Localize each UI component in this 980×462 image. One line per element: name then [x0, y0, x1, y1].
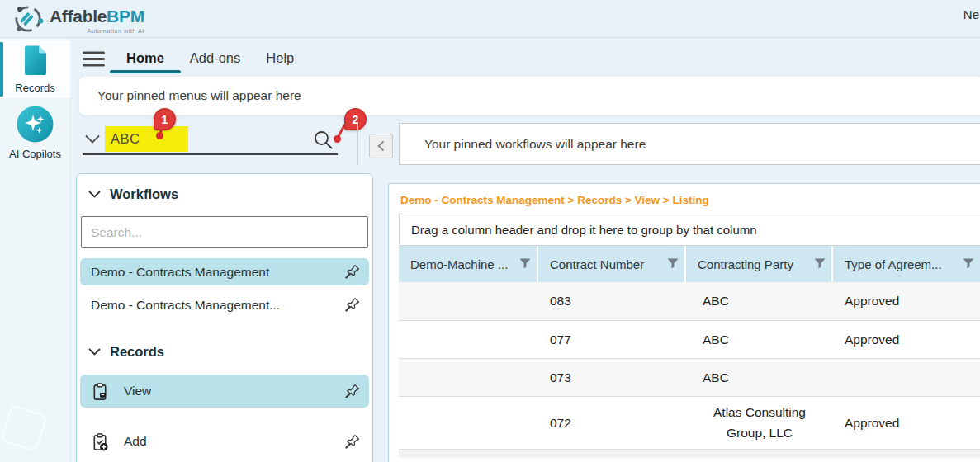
- group-by-drop-zone[interactable]: Drag a column header and drop it here to…: [399, 214, 980, 246]
- breadcrumb: Demo - Contracts Management > Records > …: [389, 184, 980, 206]
- clipboard-view-icon: [91, 382, 110, 401]
- cell-machine: [399, 282, 538, 320]
- cell-agreement-type: Approved: [833, 321, 980, 358]
- pin-icon[interactable]: [343, 383, 361, 400]
- hamburger-menu-icon[interactable]: [83, 51, 105, 67]
- column-header-contract-number[interactable]: Contract Number: [538, 246, 686, 282]
- table-row[interactable]: 072 Atlas Consulting Group, LLC Approved: [399, 397, 980, 450]
- cell-machine: [399, 321, 538, 358]
- brand-tagline: Automation with AI: [50, 27, 144, 35]
- pinned-workflows-placeholder: Your pinned workflows will appear here: [424, 137, 646, 152]
- ai-copilots-sparkles-icon: [17, 106, 54, 143]
- cell-contracting-party: ABC: [686, 321, 833, 358]
- chevron-down-icon: [88, 191, 101, 198]
- search-icon[interactable]: [313, 130, 334, 150]
- table-header-row: Demo-Machine ... Contract Number Contrac…: [399, 246, 980, 282]
- rail-item-ai-copilots[interactable]: AI Copilots: [0, 101, 70, 165]
- annotation-step-1-badge: 1: [154, 108, 176, 130]
- records-item-label: Add: [124, 434, 147, 449]
- cell-agreement-type: Approved: [833, 397, 980, 449]
- records-section-header[interactable]: Records: [77, 318, 372, 360]
- cell-agreement-type: [833, 359, 980, 396]
- cell-agreement-type: Approved: [833, 282, 980, 320]
- table-row-partial[interactable]: [399, 450, 980, 458]
- annotation-1-target-dot: [156, 132, 163, 139]
- navigation-side-panel: Workflows Demo - Contracts Management De…: [76, 173, 373, 462]
- workflow-item-label: Demo - Contracts Management...: [91, 298, 280, 313]
- cell-contracting-party: ABC: [686, 282, 833, 320]
- search-value-text: ABC: [111, 131, 140, 147]
- cell-machine: [399, 397, 538, 449]
- tab-help[interactable]: Help: [266, 50, 294, 66]
- workflow-item-demo-contracts-management[interactable]: Demo - Contracts Management: [80, 258, 369, 285]
- cell-contract-number: 077: [538, 321, 686, 358]
- table-row[interactable]: 077 ABC Approved: [399, 321, 980, 359]
- cell-contracting-party: Atlas Consulting Group, LLC: [686, 397, 833, 449]
- annotation-2-target-dot: [334, 135, 341, 143]
- records-file-icon: [22, 45, 49, 77]
- cell-contracting-party: ABC: [686, 359, 833, 396]
- rail-item-records[interactable]: Records: [0, 40, 70, 98]
- workflows-section-title: Workflows: [110, 186, 178, 202]
- brand-text: AffableBPM Automation with AI: [50, 2, 144, 35]
- affablebpm-logo-icon: [11, 2, 45, 35]
- filter-icon[interactable]: [814, 258, 826, 269]
- pinned-menus-placeholder: Your pinned menus will appear here: [97, 88, 301, 103]
- workflow-item-label: Demo - Contracts Management: [91, 265, 269, 280]
- records-table: Demo-Machine ... Contract Number Contrac…: [399, 246, 980, 458]
- pinned-menus-panel: Your pinned menus will appear here: [78, 76, 980, 116]
- header-right-text-partial[interactable]: Ne: [963, 7, 979, 21]
- top-header-bar: AffableBPM Automation with AI Ne: [0, 0, 980, 38]
- chevron-down-icon: [88, 348, 101, 356]
- left-rail: Records AI Copilots: [0, 38, 70, 462]
- filter-icon[interactable]: [963, 258, 974, 269]
- pin-icon[interactable]: [343, 433, 361, 450]
- records-item-add[interactable]: Add: [80, 425, 369, 458]
- pinned-workflows-panel: Your pinned workflows will appear here: [399, 123, 980, 165]
- tab-home[interactable]: Home: [126, 50, 164, 66]
- table-row[interactable]: 073 ABC: [399, 359, 980, 397]
- column-header-demo-machine[interactable]: Demo-Machine ...: [399, 246, 538, 282]
- brand-affable: Affable: [50, 7, 107, 26]
- chevron-down-icon[interactable]: [85, 134, 100, 144]
- tab-add-ons[interactable]: Add-ons: [190, 50, 240, 66]
- rail-records-label: Records: [15, 82, 54, 94]
- background-hex-decoration: [0, 404, 48, 452]
- pin-icon[interactable]: [343, 263, 361, 280]
- search-value-highlight: ABC: [105, 126, 188, 152]
- cell-contract-number: 072: [538, 397, 686, 449]
- workflows-search-input[interactable]: [81, 216, 368, 248]
- rail-ai-copilots-label: AI Copilots: [9, 148, 61, 160]
- cell-contract-number: 083: [538, 282, 686, 320]
- workflow-item-demo-contracts-management-2[interactable]: Demo - Contracts Management...: [80, 291, 369, 318]
- cell-contract-number: 073: [538, 359, 686, 396]
- column-header-type-of-agreement[interactable]: Type of Agreem...: [833, 246, 980, 282]
- records-section-title: Records: [110, 344, 164, 360]
- table-row[interactable]: 083 ABC Approved: [399, 282, 980, 321]
- brand-bpm: BPM: [107, 7, 144, 26]
- affablebpm-app: AffableBPM Automation with AI Ne: [0, 0, 980, 462]
- filter-icon[interactable]: [667, 258, 679, 269]
- pin-icon[interactable]: [343, 296, 361, 314]
- workflows-section-header[interactable]: Workflows: [77, 174, 372, 202]
- records-item-view[interactable]: View: [80, 375, 369, 408]
- app-logo[interactable]: AffableBPM Automation with AI: [11, 2, 144, 35]
- cell-machine: [399, 359, 538, 396]
- filter-icon[interactable]: [519, 258, 531, 269]
- records-listing-panel: Demo - Contracts Management > Records > …: [388, 183, 980, 462]
- clipboard-add-icon: [91, 432, 110, 451]
- collapse-panel-button[interactable]: [369, 134, 393, 158]
- top-nav-tabs: Home Add-ons Help: [126, 50, 294, 66]
- column-header-contracting-party[interactable]: Contracting Party: [686, 246, 833, 282]
- workflow-search-field[interactable]: ABC: [83, 123, 338, 155]
- records-item-label: View: [124, 384, 151, 398]
